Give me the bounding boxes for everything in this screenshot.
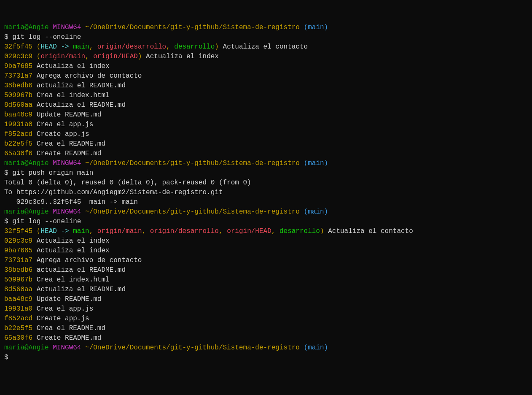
terminal-line: 029c3c9 (origin/main, origin/HEAD) Actua… bbox=[4, 52, 528, 62]
terminal-line: $ git push origin main bbox=[4, 168, 528, 178]
terminal-line: 8d560aa Actualiza el README.md bbox=[4, 285, 528, 295]
terminal-line: 38bedb6 actualiza el README.md bbox=[4, 81, 528, 91]
terminal-line: maria@Angie MINGW64 ~/OneDrive/Documents… bbox=[4, 23, 528, 32]
terminal-line: maria@Angie MINGW64 ~/OneDrive/Documents… bbox=[4, 159, 528, 168]
terminal-line: 19931a0 Crea el app.js bbox=[4, 120, 528, 130]
terminal-line: To https://github.com/Angiegm2/Sistema-d… bbox=[4, 188, 528, 198]
terminal-line: $ bbox=[4, 353, 528, 363]
terminal-line: 029c3c9..32f5f45 main -> main bbox=[4, 198, 528, 207]
terminal-line: $ git log --oneline bbox=[4, 217, 528, 227]
terminal-line: maria@Angie MINGW64 ~/OneDrive/Documents… bbox=[4, 207, 528, 217]
terminal-line: 509967b Crea el index.html bbox=[4, 91, 528, 100]
terminal-line: maria@Angie MINGW64 ~/OneDrive/Documents… bbox=[4, 343, 528, 353]
terminal-line: baa48c9 Update README.md bbox=[4, 110, 528, 120]
terminal-line: 32f5f45 (HEAD -> main, origin/desarrollo… bbox=[4, 42, 528, 52]
terminal-line: 9ba7685 Actualiza el index bbox=[4, 62, 528, 71]
terminal-output[interactable]: maria@Angie MINGW64 ~/OneDrive/Documents… bbox=[4, 23, 528, 363]
terminal-line: f852acd Create app.js bbox=[4, 314, 528, 324]
terminal-line: 029c3c9 Actualiza el index bbox=[4, 236, 528, 246]
terminal-line: 509967b Crea el index.html bbox=[4, 275, 528, 285]
terminal-line: 73731a7 Agrega archivo de contacto bbox=[4, 71, 528, 81]
terminal-line: 73731a7 Agrega archivo de contacto bbox=[4, 256, 528, 265]
terminal-line: $ git log --oneline bbox=[4, 32, 528, 42]
terminal-line: b22e5f5 Crea el README.md bbox=[4, 324, 528, 333]
terminal-line: 8d560aa Actualiza el README.md bbox=[4, 100, 528, 110]
terminal-line: Total 0 (delta 0), reused 0 (delta 0), p… bbox=[4, 178, 528, 188]
terminal-line: 65a30f6 Create README.md bbox=[4, 333, 528, 343]
terminal-line: baa48c9 Update README.md bbox=[4, 295, 528, 304]
terminal-line: f852acd Create app.js bbox=[4, 130, 528, 139]
terminal-line: 32f5f45 (HEAD -> main, origin/main, orig… bbox=[4, 227, 528, 236]
terminal-line: 65a30f6 Create README.md bbox=[4, 149, 528, 159]
terminal-line: 19931a0 Crea el app.js bbox=[4, 304, 528, 314]
terminal-line: b22e5f5 Crea el README.md bbox=[4, 139, 528, 149]
terminal-line: 38bedb6 actualiza el README.md bbox=[4, 265, 528, 275]
terminal-line: 9ba7685 Actualiza el index bbox=[4, 246, 528, 256]
